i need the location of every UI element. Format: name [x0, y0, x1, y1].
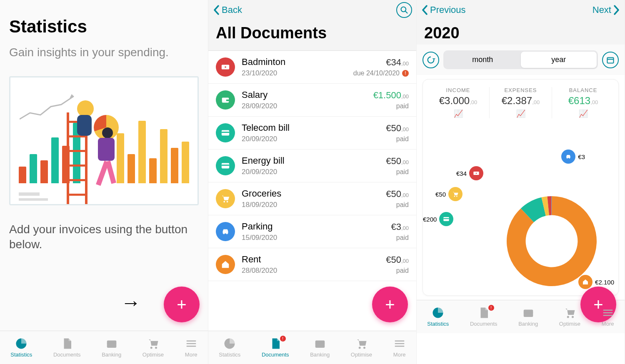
badge-icon: !: [280, 336, 286, 342]
page-title: Statistics: [9, 17, 199, 37]
tab-statistics[interactable]: Statistics: [10, 337, 32, 358]
row-amount: €3,00: [391, 222, 409, 232]
tab-documents[interactable]: !Documents: [262, 337, 289, 358]
row-status: paid: [386, 201, 409, 209]
period-segment: month year: [443, 50, 598, 69]
row-amount: €50,00: [386, 254, 409, 265]
expenses-donut-chart: €3€34€50€200€2.100: [423, 150, 618, 295]
document-row[interactable]: Rent 28/08/2020 €50,00 paid: [208, 248, 416, 281]
chip-label: €34: [456, 170, 467, 177]
chip-label: €200: [423, 216, 437, 223]
tab-statistics[interactable]: Statistics: [427, 307, 449, 327]
page-title: All Documents: [208, 20, 416, 51]
warning-icon: !: [402, 70, 409, 77]
row-status: due 24/10/2020!: [353, 70, 409, 77]
tab-more[interactable]: More: [185, 337, 198, 358]
row-status: paid: [386, 168, 409, 176]
cart-icon: [216, 189, 235, 208]
back-button[interactable]: Back: [212, 4, 242, 16]
tab-more[interactable]: More: [393, 337, 406, 358]
wallet-icon: [216, 90, 235, 110]
row-title: Badminton: [242, 57, 347, 67]
segment-year[interactable]: year: [521, 52, 597, 68]
document-row[interactable]: Badminton 23/10/2020 €34,00 due 24/10/20…: [208, 51, 416, 84]
document-row[interactable]: Salary 28/09/2020 €1.500,00 paid: [208, 84, 416, 117]
row-amount: €1.500,00: [373, 90, 409, 101]
calendar-button[interactable]: [602, 52, 619, 68]
calendar-icon: [606, 56, 615, 64]
row-title: Parking: [242, 221, 384, 232]
category-chip[interactable]: €34: [456, 166, 483, 180]
row-date: 15/09/2020: [242, 234, 384, 242]
cart-icon: [448, 187, 462, 201]
stat-balance[interactable]: BALANCE €613,00 📈: [552, 87, 614, 118]
refresh-button[interactable]: [422, 52, 439, 68]
row-status: paid: [373, 102, 409, 110]
document-row[interactable]: Parking 15/09/2020 €3,00 paid: [208, 215, 416, 248]
chevron-left-icon: [212, 4, 221, 16]
search-icon: [400, 6, 408, 14]
arrow-indicator-icon: →: [121, 291, 141, 314]
tab-banking[interactable]: Banking: [518, 307, 538, 327]
refresh-icon: [426, 55, 435, 65]
search-button[interactable]: [396, 2, 412, 18]
screen-documents: Back All Documents Badminton 23/10/2020 …: [208, 0, 417, 364]
tab-bar: Statistics !Documents Banking Optimise M…: [208, 331, 416, 364]
card-icon: [439, 212, 453, 226]
tab-statistics[interactable]: Statistics: [219, 337, 240, 358]
row-amount: €50,00: [386, 123, 409, 134]
segment-month[interactable]: month: [445, 52, 521, 68]
row-date: 28/09/2020: [242, 102, 367, 110]
category-chip[interactable]: €50: [435, 187, 462, 201]
card-icon: [216, 123, 235, 142]
chevron-right-icon: [612, 4, 620, 16]
stat-income[interactable]: INCOME €3.000,00 📈: [427, 87, 490, 118]
ticket-icon: [216, 57, 235, 77]
previous-button[interactable]: Previous: [421, 4, 466, 16]
screen-statistics-year: Previous Next 2020 month year INCOME €3.…: [417, 0, 625, 364]
row-amount: €50,00: [386, 189, 409, 199]
row-title: Energy bill: [242, 155, 379, 166]
add-button[interactable]: +: [164, 287, 200, 322]
row-title: Salary: [242, 90, 367, 100]
chart-icon: 📈: [555, 109, 612, 118]
instruction-text: Add your invoices using the button below…: [9, 222, 199, 252]
page-title: 2020: [417, 20, 625, 45]
page-subtitle: Gain insights in your spending.: [9, 45, 199, 60]
row-date: 18/09/2020: [242, 201, 379, 209]
row-title: Telecom bill: [242, 122, 379, 133]
tab-banking[interactable]: Banking: [310, 337, 330, 358]
document-row[interactable]: Groceries 18/09/2020 €50,00 paid: [208, 182, 416, 215]
row-amount: €34,00: [353, 57, 409, 68]
stat-expenses[interactable]: EXPENSES €2.387,00 📈: [490, 87, 552, 118]
tab-banking[interactable]: Banking: [102, 337, 121, 358]
tab-more[interactable]: More: [602, 307, 614, 327]
tab-optimise[interactable]: Optimise: [351, 337, 372, 358]
tab-bar: Statistics Documents Banking Optimise Mo…: [0, 331, 208, 364]
category-chip[interactable]: €3: [561, 150, 585, 164]
add-button[interactable]: +: [372, 287, 408, 322]
home-icon: [216, 255, 235, 274]
next-button[interactable]: Next: [592, 4, 620, 16]
car-icon: [216, 222, 235, 241]
row-date: 20/09/2020: [242, 135, 379, 143]
document-row[interactable]: Energy bill 20/09/2020 €50,00 paid: [208, 150, 416, 182]
row-status: paid: [391, 234, 409, 242]
svg-rect-21: [608, 57, 614, 63]
illustration: [9, 76, 199, 205]
row-date: 28/08/2020: [242, 267, 379, 275]
chip-label: €50: [435, 191, 446, 198]
svg-marker-20: [432, 58, 435, 60]
category-chip[interactable]: €200: [423, 212, 453, 226]
car-icon: [561, 150, 575, 164]
tab-documents[interactable]: !Documents: [470, 307, 498, 327]
tab-optimise[interactable]: Optimise: [559, 307, 580, 327]
badge-icon: !: [488, 305, 494, 311]
chip-label: €3: [578, 153, 585, 160]
row-title: Groceries: [242, 188, 379, 199]
card-icon: [216, 156, 235, 175]
document-row[interactable]: Telecom bill 20/09/2020 €50,00 paid: [208, 117, 416, 150]
tab-documents[interactable]: Documents: [53, 337, 81, 358]
svg-line-19: [405, 11, 408, 13]
tab-optimise[interactable]: Optimise: [142, 337, 164, 358]
